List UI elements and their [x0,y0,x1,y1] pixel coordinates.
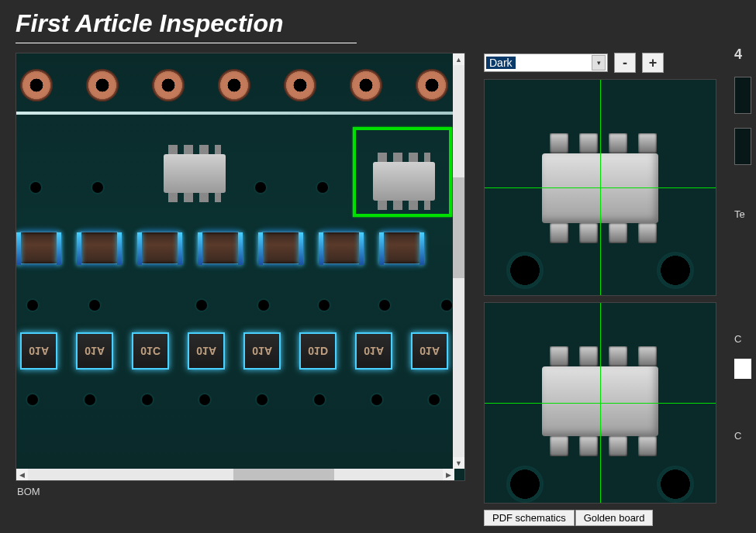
pcb-hole [658,253,692,287]
scroll-thumb[interactable] [233,469,334,480]
title-underline [16,43,357,43]
ic-pin [638,223,657,243]
via [371,394,382,405]
ic-pin [550,436,568,456]
scroll-right-icon[interactable]: ▶ [443,469,454,480]
far-right-label: Te [734,208,756,220]
ic-pin [638,346,657,366]
via [85,394,95,405]
ic-pin [609,436,627,456]
resistor: 01A [355,332,392,370]
pcb-trace [16,112,454,115]
via [92,182,103,193]
theme-dropdown[interactable]: Dark ▾ [484,53,608,72]
pcb-ring [86,69,119,101]
via [30,182,41,193]
color-swatch[interactable] [734,359,751,379]
resistor: 01A [188,332,225,370]
far-right-label: C [734,333,756,345]
detail-view-top[interactable] [484,79,716,296]
vertical-scrollbar[interactable]: ▲ ▼ [453,53,464,469]
capacitor [81,232,118,264]
via [319,300,330,311]
via [258,300,269,311]
capacitor [383,232,420,264]
thumbnail[interactable] [734,128,751,165]
ic-pin [579,346,598,366]
chevron-down-icon[interactable]: ▾ [592,55,606,70]
via [27,300,38,311]
main-board-viewer[interactable]: 01A 01A 01C 01A 01A 01D 01A 01A [16,53,465,481]
scroll-up-icon[interactable]: ▲ [453,53,464,65]
via [257,394,268,405]
horizontal-scrollbar[interactable]: ◀ ▶ [16,469,454,480]
via [429,394,440,405]
via [314,394,325,405]
ic-pin [579,223,598,243]
via [196,300,207,311]
zoom-in-button[interactable]: + [642,53,664,73]
via [89,300,100,311]
ic-pin [609,223,627,243]
pcb-hole [508,253,542,287]
thumbnail[interactable] [734,77,751,114]
resistor: 01A [20,332,57,370]
pcb-ring [350,69,382,101]
ic-pin [609,133,627,153]
via [379,300,390,311]
scroll-left-icon[interactable]: ◀ [16,469,28,480]
capacitor [323,232,360,264]
resistor: 01A [76,332,113,370]
ic-component [164,154,226,193]
detail-view-bottom[interactable] [484,302,716,504]
ic-component-selected [373,162,435,201]
pcb-ring [152,69,185,101]
ic-pin [550,346,568,366]
via [441,300,452,311]
pcb-ring [416,69,448,101]
ic-pin [609,346,627,366]
crosshair-horizontal [485,403,716,404]
resistor: 01C [132,332,169,370]
ic-pin [550,223,568,243]
via [317,182,328,193]
pcb-hole [508,467,542,501]
scroll-down-icon[interactable]: ▼ [453,457,464,469]
ic-pin [550,133,568,153]
crosshair-horizontal [485,187,716,188]
board-image: 01A 01A 01C 01A 01A 01D 01A 01A [16,53,454,469]
capacitor [20,232,57,264]
via [199,394,210,405]
bom-label: BOM [17,486,465,497]
ic-pin [579,133,598,153]
ic-pin [579,436,598,456]
resistor: 01D [299,332,337,370]
via [255,182,266,193]
pcb-ring [218,69,250,101]
scroll-thumb[interactable] [453,177,464,278]
capacitor [262,232,299,264]
via [142,394,153,405]
zoom-out-button[interactable]: - [614,53,636,73]
resistor: 01A [411,332,448,370]
ic-pin [638,133,657,153]
capacitor [141,232,178,264]
pcb-ring [284,69,316,101]
resistor: 01A [243,332,281,370]
pcb-hole [658,467,692,501]
far-right-number: 4 [734,46,756,63]
far-right-label: C [734,430,756,442]
pcb-ring [20,69,53,101]
tab-pdf-schematics[interactable]: PDF schematics [484,510,575,526]
page-title: First Article Inspection [0,0,284,43]
capacitor [202,232,239,264]
tab-golden-board[interactable]: Golden board [575,510,654,526]
theme-selected-text: Dark [486,57,516,69]
ic-pin [638,436,657,456]
via [27,394,38,405]
